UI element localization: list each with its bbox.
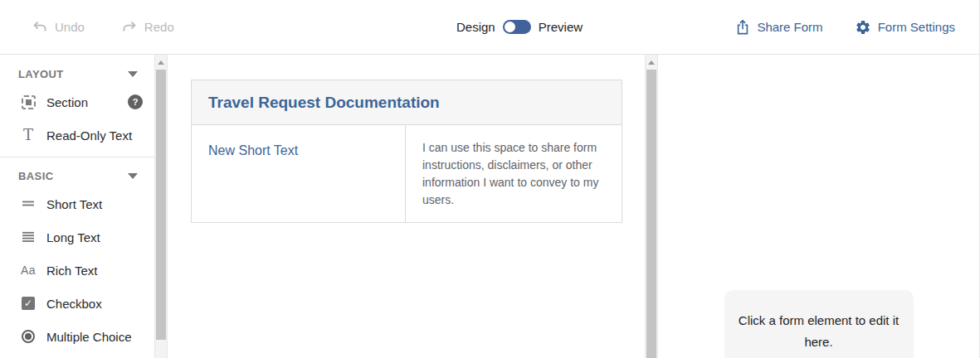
share-icon bbox=[735, 19, 750, 36]
scroll-up-arrow-icon[interactable] bbox=[158, 60, 164, 65]
palette-item-rich-text[interactable]: Aa Rich Text bbox=[0, 254, 154, 287]
toolbar: Undo Redo Design Preview bbox=[0, 0, 979, 55]
design-label: Design bbox=[456, 20, 495, 34]
palette-item-read-only-text[interactable]: T Read-Only Text bbox=[0, 119, 154, 152]
form-title: Travel Request Documentation bbox=[208, 94, 605, 112]
design-preview-toggle[interactable] bbox=[503, 20, 531, 34]
palette-item-long-text[interactable]: Long Text bbox=[0, 220, 154, 254]
toolbar-actions-group: Share Form Form Settings bbox=[735, 19, 979, 36]
long-text-icon bbox=[20, 230, 37, 244]
palette-item-label: Short Text bbox=[46, 197, 143, 211]
section-icon bbox=[20, 95, 37, 109]
palette-item-label: Long Text bbox=[46, 230, 143, 244]
group-label-basic: BASIC bbox=[18, 170, 53, 182]
short-text-icon bbox=[20, 196, 37, 211]
form-card: Travel Request Documentation New Short T… bbox=[191, 80, 622, 223]
undo-label: Undo bbox=[55, 20, 85, 34]
rich-text-icon: Aa bbox=[20, 264, 37, 277]
checkbox-icon: ✓ bbox=[20, 297, 37, 310]
undo-icon bbox=[32, 20, 48, 35]
redo-button[interactable]: Redo bbox=[121, 20, 174, 35]
share-form-label: Share Form bbox=[757, 20, 822, 34]
scrollbar-thumb[interactable] bbox=[646, 70, 656, 358]
palette-item-label: Multiple Choice bbox=[46, 330, 143, 344]
sidebar-scrollbar[interactable] bbox=[154, 55, 168, 358]
gear-icon bbox=[855, 19, 871, 36]
chevron-down-icon bbox=[128, 173, 138, 179]
inspector-empty-message: Click a form element to edit it here. bbox=[724, 290, 914, 358]
multiple-choice-icon bbox=[20, 330, 37, 343]
form-element-row[interactable]: New Short Text I can use this space to s… bbox=[192, 125, 622, 222]
form-builder-app: Undo Redo Design Preview bbox=[0, 0, 980, 358]
chevron-down-icon bbox=[128, 71, 138, 77]
form-element-label[interactable]: New Short Text bbox=[192, 125, 406, 222]
read-only-text-icon: T bbox=[20, 128, 37, 143]
inspector-panel: Click a form element to edit it here. bbox=[658, 55, 979, 358]
form-section-header[interactable]: Travel Request Documentation bbox=[192, 80, 622, 125]
palette-item-section[interactable]: Section ? bbox=[0, 85, 154, 119]
share-form-button[interactable]: Share Form bbox=[735, 19, 822, 36]
form-canvas: Travel Request Documentation New Short T… bbox=[168, 55, 645, 358]
redo-icon bbox=[121, 20, 138, 35]
palette-item-short-text[interactable]: Short Text bbox=[0, 187, 154, 220]
section-help-badge[interactable]: ? bbox=[128, 94, 143, 109]
mode-switcher: Design Preview bbox=[456, 0, 583, 54]
palette-item-label: Checkbox bbox=[46, 297, 143, 311]
toggle-knob bbox=[505, 22, 515, 32]
palette-item-checkbox[interactable]: ✓ Checkbox bbox=[0, 287, 154, 320]
canvas-scrollbar[interactable] bbox=[645, 55, 658, 358]
preview-label: Preview bbox=[539, 20, 583, 34]
palette-divider bbox=[0, 157, 154, 157]
palette-item-label: Section bbox=[46, 95, 118, 109]
palette-group-basic[interactable]: BASIC bbox=[0, 164, 154, 187]
palette-item-label: Rich Text bbox=[46, 264, 143, 278]
palette-item-multiple-choice[interactable]: Multiple Choice bbox=[0, 320, 154, 353]
palette-item-label: Read-Only Text bbox=[46, 128, 143, 143]
undo-button[interactable]: Undo bbox=[32, 20, 85, 35]
form-element-description[interactable]: I can use this space to share form instr… bbox=[406, 125, 622, 222]
redo-label: Redo bbox=[144, 20, 174, 34]
main-area: LAYOUT Section ? T Read-Only Text BASIC bbox=[0, 55, 979, 358]
group-label-layout: LAYOUT bbox=[18, 68, 64, 80]
scrollbar-thumb[interactable] bbox=[156, 70, 166, 340]
element-palette: LAYOUT Section ? T Read-Only Text BASIC bbox=[0, 55, 154, 358]
scroll-up-arrow-icon[interactable] bbox=[648, 60, 655, 65]
toolbar-history-group: Undo Redo bbox=[0, 20, 174, 35]
palette-group-layout[interactable]: LAYOUT bbox=[0, 62, 154, 85]
form-settings-label: Form Settings bbox=[878, 20, 955, 34]
form-settings-button[interactable]: Form Settings bbox=[855, 19, 955, 36]
